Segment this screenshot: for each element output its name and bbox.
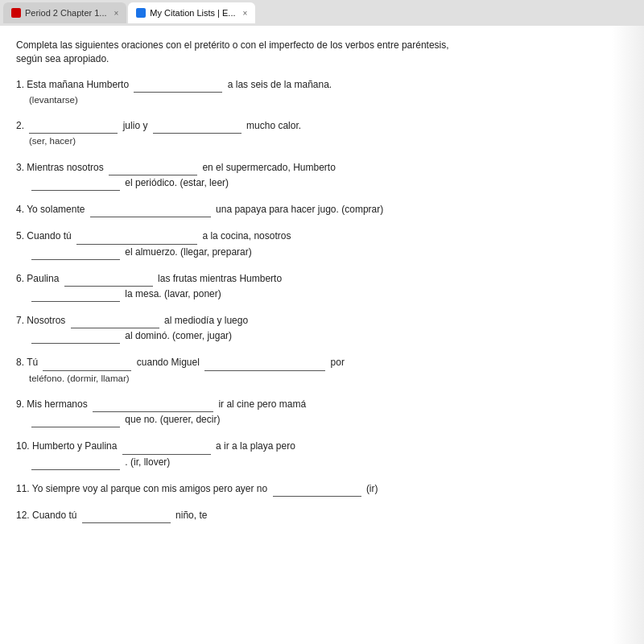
tab-favicon-period2	[11, 8, 21, 18]
exercise-item-9: 9. Mis hermanos ir al cine pero mamá que…	[16, 397, 628, 427]
item-text-4: una papaya para hacer jugo. (comprar)	[216, 204, 383, 215]
blank-3-1[interactable]	[109, 164, 197, 175]
tab-period2[interactable]: Period 2 Chapter 1... ×	[3, 2, 126, 23]
tab-close-citation[interactable]: ×	[243, 9, 248, 18]
exercise-list: 1. Esta mañana Humberto a las seis de la…	[16, 77, 628, 524]
item-number-4: 4. Yo solamente	[16, 204, 85, 215]
exercise-item-10: 10. Humberto y Paulina a ir a la playa p…	[16, 439, 628, 469]
blank-10-2[interactable]	[31, 459, 120, 470]
item-text-12: niño, te	[175, 510, 207, 521]
tab-close-period2[interactable]: ×	[114, 9, 119, 18]
line-7: al dominó. (comer, jugar)	[29, 328, 628, 344]
item-number-5: 5. Cuando tú	[16, 230, 72, 242]
item-text-7a: al mediodía y luego	[164, 315, 248, 326]
exercise-item-1: 1. Esta mañana Humberto a las seis de la…	[16, 77, 628, 108]
tab-label-period2: Period 2 Chapter 1...	[25, 8, 107, 18]
exercise-item-7: 7. Nosotros al mediodía y luego al domin…	[16, 313, 628, 344]
exercise-item-8: 8. Tú cuando Miguel por teléfono. (dormi…	[16, 355, 628, 386]
line-10: . (ir, llover)	[29, 455, 628, 470]
item-number-9: 9. Mis hermanos	[16, 398, 88, 410]
exercise-item-11: 11. Yo siempre voy al parque con mis ami…	[16, 481, 628, 497]
blank-9-1[interactable]	[93, 401, 213, 412]
blank-10-1[interactable]	[122, 444, 211, 455]
item-text-10a: a ir a la playa pero	[216, 440, 295, 452]
exercise-item-6: 6. Paulina las frutas mientras Humberto …	[16, 271, 628, 302]
line-5: el almuerzo. (llegar, preparar)	[29, 245, 628, 260]
exercise-item-2: 2. julio y mucho calor. (ser, hacer)	[16, 118, 628, 149]
exercise-item-3: 3. Mientras nosotros en el supermercado,…	[16, 160, 628, 191]
item-text-9a: ir al cine pero mamá	[218, 398, 306, 410]
blank-6-1[interactable]	[64, 275, 153, 287]
line-9: que no. (querer, decir)	[29, 412, 628, 427]
blank-9-2[interactable]	[31, 416, 120, 427]
item-text-6b: la mesa. (lavar, poner)	[125, 288, 221, 299]
item-text-8a: cuando Miguel	[137, 357, 200, 368]
item-text-11: (ir)	[366, 483, 378, 494]
line-3: el periódico. (estar, leer)	[29, 175, 628, 191]
exercise-item-12: 12. Cuando tú niño, te	[16, 508, 628, 523]
item-number-8: 8. Tú	[16, 357, 38, 368]
blank-7-2[interactable]	[31, 332, 120, 344]
tab-label-citation: My Citation Lists | E...	[150, 8, 235, 18]
tab-favicon-citation	[136, 8, 146, 18]
item-number-10: 10. Humberto y Paulina	[16, 440, 117, 452]
blank-6-2[interactable]	[31, 291, 120, 302]
item-number-1: 1. Esta mañana Humberto	[16, 79, 129, 90]
blank-2-2[interactable]	[153, 122, 242, 134]
item-number-12: 12. Cuando tú	[16, 510, 76, 521]
exercise-item-5: 5. Cuando tú a la cocina, nosotros el al…	[16, 229, 628, 259]
blank-2-1[interactable]	[29, 122, 118, 134]
content-area: Completa las siguientes oraciones con el…	[0, 26, 644, 644]
item-text-5a: a la cocina, nosotros	[202, 230, 291, 242]
blank-5-2[interactable]	[31, 249, 120, 260]
exercise-item-4: 4. Yo solamente una papaya para hacer ju…	[16, 202, 628, 217]
item-text-9b: que no. (querer, decir)	[125, 414, 220, 425]
item-text-7b: al dominó. (comer, jugar)	[125, 330, 232, 341]
blank-8-1[interactable]	[43, 360, 131, 371]
blank-11-1[interactable]	[273, 485, 361, 497]
blank-5-1[interactable]	[76, 233, 197, 245]
blank-3-2[interactable]	[31, 180, 120, 191]
item-number-6: 6. Paulina	[16, 273, 59, 284]
hint-8: teléfono. (dormir, llamar)	[29, 371, 628, 386]
blank-12-1[interactable]	[82, 512, 171, 523]
item-text-3b: el periódico. (estar, leer)	[125, 177, 229, 188]
item-text-2b: mucho calor.	[246, 120, 301, 131]
hint-1: (levantarse)	[29, 93, 628, 107]
item-number-2: 2.	[16, 120, 24, 131]
blank-8-2[interactable]	[204, 360, 325, 371]
item-text-8b: por	[331, 357, 345, 368]
instructions: Completa las siguientes oraciones con el…	[16, 39, 467, 66]
item-number-7: 7. Nosotros	[16, 315, 65, 326]
item-text-5b: el almuerzo. (llegar, preparar)	[125, 246, 251, 258]
tab-citation[interactable]: My Citation Lists | E... ×	[128, 2, 255, 23]
item-text-6a: las frutas mientras Humberto	[158, 273, 282, 284]
blank-1-1[interactable]	[134, 81, 222, 93]
blank-4-1[interactable]	[90, 206, 211, 217]
item-text-1: a las seis de la mañana.	[228, 79, 332, 90]
hint-2: (ser, hacer)	[29, 134, 628, 148]
blank-7-1[interactable]	[71, 317, 159, 328]
item-text-10b: . (ir, llover)	[125, 456, 170, 468]
line-6: la mesa. (lavar, poner)	[29, 287, 628, 302]
item-number-3: 3. Mientras nosotros	[16, 162, 104, 173]
item-text-3a: en el supermercado, Humberto	[202, 162, 335, 173]
tab-bar: Period 2 Chapter 1... × My Citation List…	[0, 0, 644, 26]
item-text-2a: julio y	[123, 120, 148, 131]
item-number-11: 11. Yo siempre voy al parque con mis ami…	[16, 483, 267, 494]
